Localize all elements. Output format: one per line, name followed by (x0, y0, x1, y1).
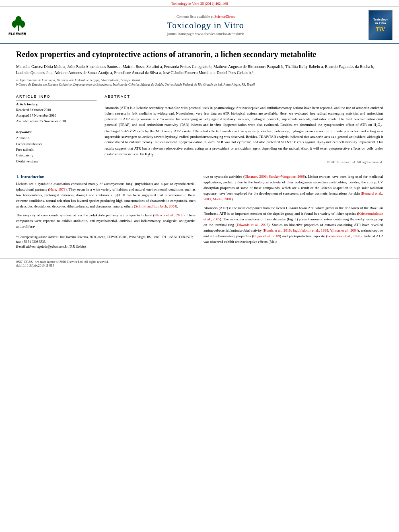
ref-ingolfsdottir[interactable]: Ingolfsdottir et al., 1998 (293, 228, 328, 232)
ref-yilmaz[interactable]: Yilmaz et al., 2004 (330, 228, 358, 232)
svg-text:ELSEVIER: ELSEVIER (8, 32, 27, 36)
footnote-email: E-mail address: dgelain@yahoo.com.br (D.… (16, 244, 195, 249)
abstract-column: ABSTRACT Atranorin (ATR) is a lichenic s… (105, 94, 383, 164)
intro-heading: 1. Introduction (16, 174, 195, 179)
ref-schmitt[interactable]: Schmitt and Lumbsch, 2004 (135, 204, 176, 208)
contents-label: Contents lists available at (177, 14, 214, 18)
ref-kristmundsdottir[interactable]: Kristmundsdottir et al., 2005 (204, 212, 383, 221)
journal-title-block: Contents lists available at ScienceDirec… (43, 14, 368, 36)
affiliations: a Departamento de Fisiologia, Universida… (16, 78, 383, 87)
elsevier-logo: ELSEVIER (6, 13, 43, 38)
svg-rect-4 (18, 25, 19, 31)
doi-line: doi:10.1016/j.tiv.2010.11.014 (16, 264, 54, 267)
accepted-date: Accepted 17 November 2010 (16, 113, 97, 119)
intro-para4: Atranorin (ATR) is the main compound fro… (204, 205, 383, 245)
keyword-2: Lichen metabolites (16, 141, 97, 147)
bottom-bar: 0887-2333/$ - see front matter © 2010 El… (0, 258, 399, 269)
svg-point-2 (12, 21, 17, 28)
sciencedirect-link[interactable]: ScienceDirect (214, 14, 234, 18)
ref-oksanen[interactable]: Oksanen, 2006 (245, 175, 267, 179)
journal-title: Toxicology in Vitro (43, 20, 368, 31)
intro-para1: Lichens are a symbiotic association cons… (16, 181, 195, 210)
ref-bugni[interactable]: Bugni et al., 2009 (253, 234, 280, 238)
ref-hale[interactable]: Hale, 1973 (49, 187, 66, 191)
abstract-text: Atranorin (ATR) is a lichenic secondary … (105, 105, 383, 158)
keyword-1: Atranorin (16, 135, 97, 141)
ref-honda[interactable]: Honda et al., 2010 (264, 228, 291, 232)
ref-stocker[interactable]: Stocker-Worgotter, 2008 (269, 175, 304, 179)
svg-point-3 (20, 21, 25, 28)
divider-abstract (105, 102, 383, 102)
intro-right-col: tive or cytotoxic activities (Oksanen, 2… (204, 174, 383, 249)
authors: Marcelia Garcez Dória Melo a, João Paulo… (16, 64, 383, 76)
keywords-box: Keywords: Atranorin Lichen metabolites F… (16, 128, 97, 164)
article-history-box: Article history: Received 6 October 2010… (16, 100, 97, 124)
keywords-title: Keywords: (16, 130, 97, 134)
footnote-corresponding: * Corresponding author. Address: Rua Ram… (16, 235, 195, 244)
article-title: Redox properties and cytoprotective acti… (16, 49, 383, 60)
ref-muller[interactable]: Muller, 2001 (213, 197, 232, 201)
intro-para3: tive or cytotoxic activities (Oksanen, 2… (204, 174, 383, 202)
ref-fernandez[interactable]: Fernandez et al., 1998 (327, 234, 360, 238)
article-info-column: ARTICLE INFO Article history: Received 6… (16, 94, 97, 164)
history-title: Article history: (16, 102, 97, 106)
intro-para2: The majority of compounds synthesized vi… (16, 213, 195, 230)
article-info-label: ARTICLE INFO (16, 94, 97, 99)
abstract-label: ABSTRACT (105, 94, 383, 99)
copyright: © 2010 Elsevier Ltd. All rights reserved… (105, 160, 383, 164)
ref-blanco[interactable]: Blanco et al., 2005 (154, 213, 183, 217)
intro-left-col: 1. Introduction Lichens are a symbiotic … (16, 174, 195, 249)
ref-edwards[interactable]: Edwards et al., 2003 (237, 223, 268, 227)
journal-cover: Toxicology in Vitro TiV (368, 10, 393, 40)
received-date: Received 6 October 2010 (16, 107, 97, 113)
available-date: Available online 25 November 2010 (16, 119, 97, 124)
keyword-5: Oxidative stress (16, 158, 97, 164)
divider-1 (16, 91, 383, 91)
footnotes: * Corresponding author. Address: Rua Ram… (16, 233, 195, 249)
keyword-4: Cytotoxicity (16, 152, 97, 158)
issn-line: 0887-2333/$ - see front matter © 2010 El… (16, 260, 109, 264)
journal-homepage: journal homepage: www.elsevier.com/locat… (167, 32, 244, 36)
keyword-3: Free radicals (16, 147, 97, 152)
journal-citation: Toxicology in Vitro 25 (2011) 462–468 (171, 2, 228, 6)
